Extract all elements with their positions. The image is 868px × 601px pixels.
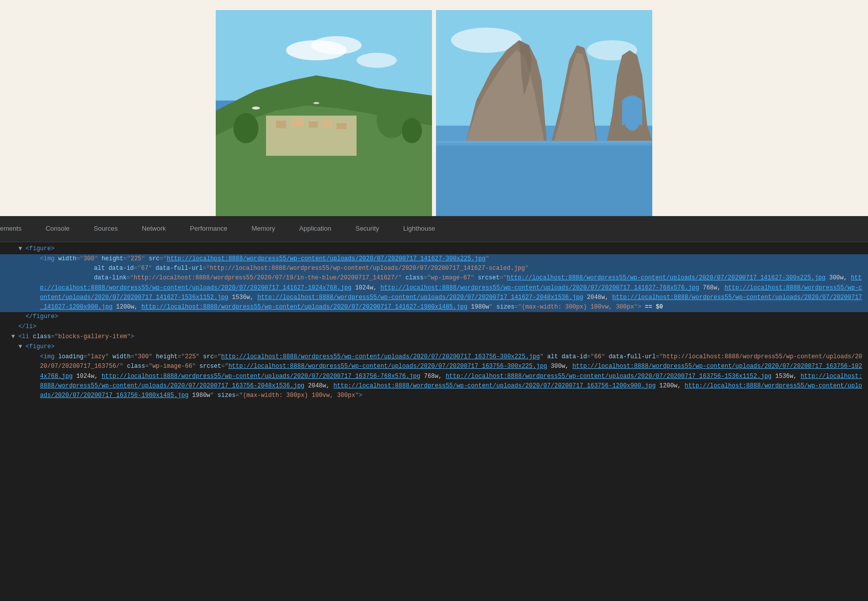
no-triangle4 [33,352,40,362]
svg-rect-24 [436,141,652,143]
svg-point-2 [311,36,362,54]
tab-elements-label: ements [0,225,22,232]
tab-security-label: Security [356,225,379,232]
svg-rect-22 [436,146,652,216]
svg-rect-12 [336,123,346,129]
tab-network-label: Network [142,225,166,232]
tab-sources[interactable]: Sources [81,216,130,242]
tab-memory-label: Memory [251,225,275,232]
tab-lighthouse-label: Lighthouse [403,225,436,232]
svg-rect-11 [321,120,332,128]
tab-console[interactable]: Console [34,216,82,242]
tab-elements[interactable]: ements [0,216,34,242]
image-faraglioni [436,10,652,216]
dom-img-line[interactable]: <img width="300" height="225" src="http:… [0,254,868,312]
tab-performance-label: Performance [190,225,227,232]
tab-console-label: Console [46,225,70,232]
svg-rect-10 [309,122,318,128]
tab-lighthouse[interactable]: Lighthouse [391,216,448,242]
svg-point-3 [357,53,397,68]
tab-memory[interactable]: Memory [239,216,287,242]
webpage-preview [0,0,868,216]
tab-security[interactable]: Security [343,216,391,242]
svg-rect-9 [291,118,304,127]
image-capri [216,10,432,216]
dom-li-close[interactable]: </li> [0,322,868,332]
tab-application[interactable]: Application [287,216,343,242]
svg-point-17 [313,102,319,104]
tab-performance[interactable]: Performance [178,216,239,242]
collapse-triangle3[interactable]: ▼ [19,342,26,352]
dom-img2-line[interactable]: <img loading="lazy" width="300" height="… [0,352,868,400]
dom-figure-close[interactable]: </figure> [0,312,868,322]
tab-network[interactable]: Network [130,216,178,242]
collapse-triangle[interactable]: ▼ [19,244,26,254]
dom-li-gallery-open[interactable]: ▼ <li class="blocks-gallery-item"> [0,332,868,342]
svg-point-13 [233,113,258,143]
svg-point-16 [252,107,260,110]
no-triangle [33,254,40,264]
dom-figure-open[interactable]: ▼ <figure> [0,244,868,254]
tab-sources-label: Sources [94,225,118,232]
dom-panel[interactable]: ▼ <figure> <img width="300" height="225"… [0,242,868,601]
no-triangle3 [11,322,18,332]
tab-application-label: Application [299,225,331,232]
svg-point-15 [402,118,422,143]
collapse-triangle2[interactable]: ▼ [11,332,18,342]
devtools-tabbar: ements Console Sources Network Performan… [0,216,868,242]
no-triangle2 [19,312,26,322]
dom-figure2-open[interactable]: ▼ <figure> [0,342,868,352]
svg-rect-8 [276,121,286,128]
